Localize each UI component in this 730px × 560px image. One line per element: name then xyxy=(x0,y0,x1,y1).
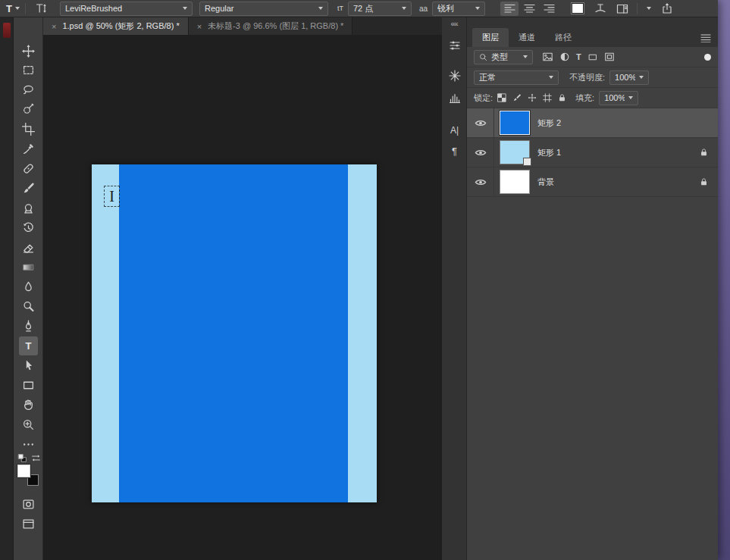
eraser-icon xyxy=(22,241,35,254)
document-tab-2[interactable]: × 未标题-3 @ 96.6% (图层 1, RGB/8) * xyxy=(189,17,353,35)
quick-selection-icon xyxy=(22,102,35,115)
dock-icon-starburst[interactable] xyxy=(446,67,462,83)
panel-menu-button[interactable] xyxy=(700,34,711,42)
gradient-tool[interactable] xyxy=(19,258,38,277)
layer-lock-icon xyxy=(700,177,708,186)
tab-layers[interactable]: 图层 xyxy=(472,28,509,47)
spot-healing-brush-tool[interactable] xyxy=(19,159,38,178)
default-colors-button[interactable] xyxy=(17,452,27,463)
tab-paths[interactable]: 路径 xyxy=(545,28,581,47)
divider xyxy=(637,3,638,14)
share-button[interactable] xyxy=(658,2,676,14)
dock-icon-character-panel[interactable]: A| xyxy=(446,122,462,138)
font-family-select[interactable]: LeviReBrushed xyxy=(60,2,193,16)
hand-tool[interactable] xyxy=(19,395,38,414)
crop-tool[interactable] xyxy=(19,120,38,139)
text-color-swatch[interactable] xyxy=(572,3,584,14)
lock-all-button[interactable] xyxy=(558,93,566,102)
move-tool[interactable] xyxy=(19,42,38,61)
ibeam-cursor-icon: I xyxy=(109,189,114,204)
chevron-down-icon xyxy=(647,7,651,10)
layer-row-rect1[interactable]: 矩形 1 xyxy=(467,138,718,167)
dock-icon-histogram[interactable] xyxy=(446,90,462,106)
align-center-button[interactable] xyxy=(520,2,538,16)
blur-tool[interactable] xyxy=(19,277,38,296)
filter-adjustment-button[interactable] xyxy=(559,52,570,62)
eraser-tool[interactable] xyxy=(19,238,38,257)
expand-dock-button[interactable]: «« xyxy=(442,20,466,28)
filter-shape-button[interactable] xyxy=(587,52,598,62)
fill-select[interactable]: 100% xyxy=(599,91,638,105)
foreground-color-swatch[interactable] xyxy=(17,465,30,477)
close-icon[interactable]: × xyxy=(52,22,56,31)
move-small-icon xyxy=(528,93,537,102)
text-orientation-icon xyxy=(35,2,47,14)
layer-name[interactable]: 背景 xyxy=(537,177,554,188)
artboard-icon xyxy=(543,93,552,102)
edit-toolbar-button[interactable] xyxy=(19,435,38,454)
path-selection-tool[interactable] xyxy=(19,356,38,375)
lock-position-button[interactable] xyxy=(528,93,537,102)
filter-toggle[interactable] xyxy=(704,54,711,61)
visibility-cell[interactable] xyxy=(467,138,494,167)
clone-stamp-tool[interactable] xyxy=(19,199,38,217)
visibility-cell[interactable] xyxy=(467,167,494,196)
document-tab-1[interactable]: × 1.psd @ 50% (矩形 2, RGB/8) * xyxy=(43,17,189,35)
warp-text-button[interactable] xyxy=(591,2,609,14)
lock-artboard-button[interactable] xyxy=(543,93,552,102)
screen-mode-button[interactable] xyxy=(19,515,38,533)
eyedropper-tool[interactable] xyxy=(19,139,38,158)
layer-thumbnail[interactable] xyxy=(500,111,530,135)
align-right-icon xyxy=(544,4,555,13)
dodge-tool[interactable] xyxy=(19,297,38,316)
swap-colors-button[interactable] xyxy=(30,452,41,463)
history-brush-tool[interactable] xyxy=(19,218,38,237)
shape-tool[interactable] xyxy=(19,376,38,395)
lock-pixels-button[interactable] xyxy=(512,93,522,102)
font-style-select[interactable]: Regular xyxy=(199,2,328,16)
tool-preset-button[interactable]: T xyxy=(6,3,20,14)
toggle-panels-button[interactable] xyxy=(613,3,631,14)
anti-alias-select[interactable]: 锐利 xyxy=(432,2,485,16)
align-left-button[interactable] xyxy=(500,2,519,16)
quick-mask-button[interactable] xyxy=(19,495,38,514)
layer-thumbnail[interactable] xyxy=(500,140,530,164)
dock-icon-paragraph-panel[interactable]: ¶ xyxy=(446,143,462,159)
tab-channels[interactable]: 通道 xyxy=(509,28,545,47)
quick-selection-tool[interactable] xyxy=(19,99,38,118)
filter-image-button[interactable] xyxy=(542,52,553,62)
filter-smart-object-button[interactable] xyxy=(604,52,615,62)
lock-transparency-button[interactable] xyxy=(497,93,506,102)
blend-mode-select[interactable]: 正常 xyxy=(474,70,559,85)
color-swatches xyxy=(17,465,41,488)
type-tool[interactable]: T xyxy=(19,336,38,355)
brush-tool[interactable] xyxy=(19,179,38,198)
text-orientation-button[interactable] xyxy=(31,2,51,14)
opacity-select[interactable]: 100% xyxy=(609,70,649,85)
close-icon[interactable]: × xyxy=(197,22,202,31)
visibility-cell[interactable] xyxy=(467,108,494,137)
workspace-caret-button[interactable] xyxy=(643,7,655,10)
layer-row-background[interactable]: 背景 xyxy=(467,167,718,197)
canvas-document[interactable]: I xyxy=(92,164,377,502)
search-icon xyxy=(479,53,487,61)
lasso-tool[interactable] xyxy=(19,80,38,99)
chevron-down-icon xyxy=(402,7,406,10)
half-circle-icon xyxy=(559,52,570,62)
rectangular-marquee-tool[interactable] xyxy=(19,61,38,80)
layer-name[interactable]: 矩形 2 xyxy=(537,117,561,129)
panels-toggle-icon xyxy=(616,3,628,14)
paragraph-panel-icon: ¶ xyxy=(452,145,457,157)
zoom-tool[interactable] xyxy=(19,415,38,434)
pen-tool[interactable] xyxy=(19,317,38,336)
filter-type-button[interactable]: T xyxy=(576,52,581,61)
layer-row-rect2[interactable]: 矩形 2 xyxy=(467,108,718,138)
dock-icon-sliders[interactable] xyxy=(446,37,462,53)
align-right-button[interactable] xyxy=(540,2,558,16)
layer-name[interactable]: 矩形 1 xyxy=(537,147,561,158)
layer-thumbnail[interactable] xyxy=(500,170,530,194)
filter-type-select[interactable]: 类型 xyxy=(474,50,533,64)
hand-icon xyxy=(22,398,35,411)
font-size-select[interactable]: 72 点 xyxy=(348,2,412,16)
image-icon xyxy=(542,52,553,62)
